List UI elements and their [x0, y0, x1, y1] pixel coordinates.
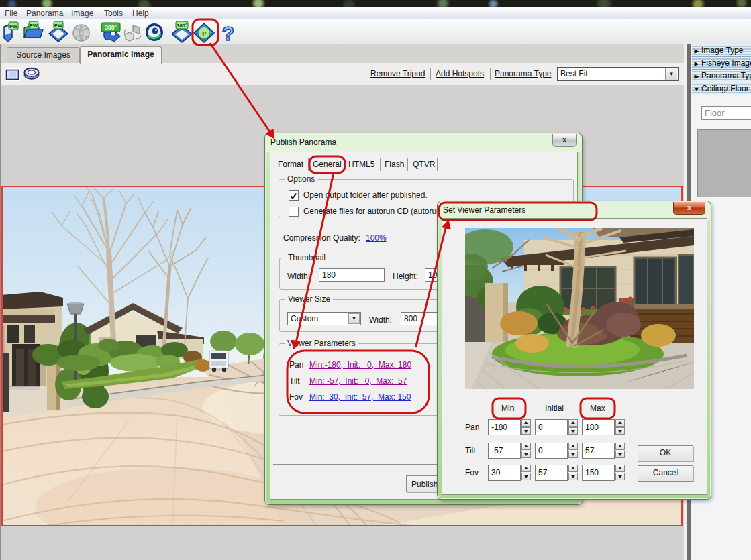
svg-text:e: e: [202, 28, 206, 38]
svg-text:PW: PW: [30, 23, 38, 29]
svg-text:PW: PW: [54, 23, 63, 29]
svg-text:?: ?: [222, 22, 234, 44]
svg-text:360°: 360°: [105, 24, 117, 31]
svg-text:PW: PW: [9, 23, 18, 30]
svg-text:360°: 360°: [177, 23, 187, 29]
